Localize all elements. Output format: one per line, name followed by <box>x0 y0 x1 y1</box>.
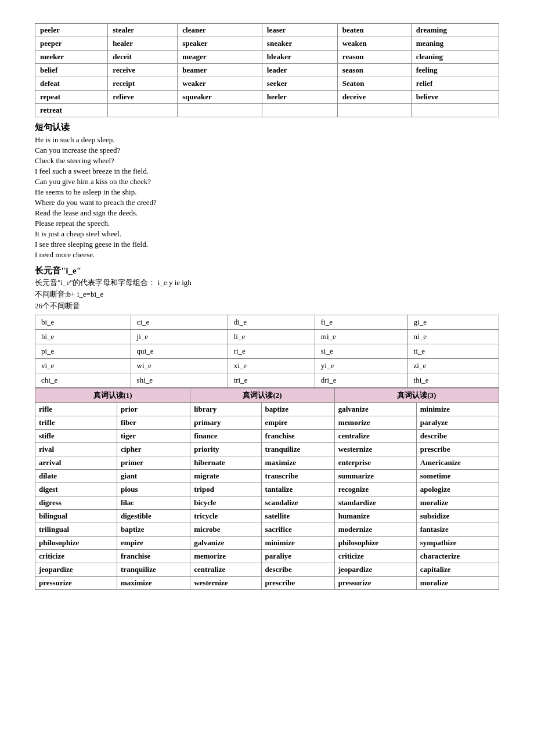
vocab-cell: philosophize <box>334 537 416 550</box>
vocab-cell: franchise <box>117 550 190 563</box>
vocab-cell: trilingual <box>35 523 117 537</box>
top-table-cell: receipt <box>108 77 178 91</box>
top-table-cell: believe <box>411 91 499 104</box>
vocab-cell: franchise <box>261 430 334 443</box>
vocab-cell: maximize <box>261 456 334 470</box>
top-table-cell: heeler <box>262 91 337 104</box>
grid-cell: ci_e <box>131 315 228 330</box>
vocab-cell: describe <box>261 563 334 577</box>
vocab-cell: transcribe <box>261 470 334 483</box>
vocab-cell: tantalize <box>261 483 334 496</box>
grid-cell: ni_e <box>407 330 499 344</box>
sentence: He seems to be asleep in the ship. <box>35 188 499 197</box>
vocab-cell: giant <box>117 470 190 483</box>
vocab-cell: memorize <box>334 416 416 430</box>
vocab-cell: centralize <box>190 563 261 577</box>
grid-cell: zi_e <box>407 359 499 373</box>
vocab-cell: cipher <box>117 443 190 456</box>
top-table-cell: season <box>337 64 411 77</box>
long-vowel-sub2: 不间断音:b+ i_e=bi_e <box>35 289 499 300</box>
vocab-cell: pressurize <box>334 577 416 590</box>
vocab-cell: rival <box>35 443 117 456</box>
sentence: It is just a cheap steel wheel. <box>35 229 499 239</box>
top-table-cell: cleaning <box>411 51 499 64</box>
top-table-cell <box>178 104 262 117</box>
long-vowel-sub3: 26个不间断音 <box>35 301 499 311</box>
grid-cell: bi_e <box>35 315 131 330</box>
vocab-cell: philosophize <box>35 537 117 550</box>
vocab-cell: describe <box>416 430 499 443</box>
top-table-cell: repeat <box>35 91 108 104</box>
vocab-cell: pressurize <box>35 577 117 590</box>
vocab-cell: paraliye <box>261 550 334 563</box>
grid-cell: mi_e <box>315 330 407 344</box>
vocab-cell: paralyze <box>416 416 499 430</box>
vocab-cell: prior <box>117 403 190 416</box>
top-table-cell: leader <box>262 64 337 77</box>
grid-cell: yi_e <box>315 359 407 373</box>
grid-cell: xi_e <box>228 359 315 373</box>
vocab-cell: standardize <box>334 496 416 510</box>
vocab-cell: finance <box>190 430 261 443</box>
vocab-cell: sympathize <box>416 537 499 550</box>
top-table-cell: stealer <box>108 24 178 37</box>
vocab-cell: modernize <box>334 523 416 537</box>
grid-cell: shi_e <box>131 373 228 388</box>
vocab-cell: tripod <box>190 483 261 496</box>
vocab-cell: fiber <box>117 416 190 430</box>
top-table-cell: beaten <box>337 24 411 37</box>
grid-cell: ji_e <box>131 330 228 344</box>
vocab-cell: summarize <box>334 470 416 483</box>
grid-cell: gi_e <box>407 315 499 330</box>
grid-cell: ti_e <box>407 344 499 359</box>
sentence: I see three sleeping geese in the field. <box>35 240 499 249</box>
vocab-cell: sometime <box>416 470 499 483</box>
vocab-cell: apologize <box>416 483 499 496</box>
top-table-cell: beamer <box>178 64 262 77</box>
vocab-cell: galvanize <box>190 537 261 550</box>
grid-cell: dri_e <box>315 373 407 388</box>
top-table-cell <box>262 104 337 117</box>
grid-cell: thi_e <box>407 373 499 388</box>
grid-cell: tri_e <box>228 373 315 388</box>
vocab-cell: stifle <box>35 430 117 443</box>
top-table-cell: deceive <box>337 91 411 104</box>
vocab-cell: migrate <box>190 470 261 483</box>
top-table-cell: defeat <box>35 77 108 91</box>
top-table-cell: meaning <box>411 37 499 51</box>
vocab-cell: capitalize <box>416 563 499 577</box>
vocab-cell: criticize <box>35 550 117 563</box>
sentence: Check the steering wheel? <box>35 156 499 165</box>
sentence: Read the lease and sign the deeds. <box>35 208 499 218</box>
top-table-cell: meager <box>178 51 262 64</box>
vocab-cell: prescribe <box>261 577 334 590</box>
top-table-cell: receive <box>108 64 178 77</box>
vocab-cell: satellite <box>261 510 334 523</box>
vocab-cell: baptize <box>261 403 334 416</box>
long-vowel-sub1: 长元音"i_e"的代表字母和字母组合： i_e y ie igh <box>35 278 499 288</box>
sentence: Can you increase the speed? <box>35 146 499 155</box>
vocab-cell: subsidize <box>416 510 499 523</box>
top-table-cell: Seaton <box>337 77 411 91</box>
top-table-cell: weaker <box>178 77 262 91</box>
vocab-cell: rifle <box>35 403 117 416</box>
grid-cell: pi_e <box>35 344 131 359</box>
vocab-cell: enterprise <box>334 456 416 470</box>
grid-table: bi_eci_edi_efi_egi_ehi_eji_eli_emi_eni_e… <box>35 315 499 388</box>
vocab-cell: minimize <box>416 403 499 416</box>
grid-cell: si_e <box>315 344 407 359</box>
vocab-cell: tranquilize <box>117 563 190 577</box>
vocab-cell: prescribe <box>416 443 499 456</box>
vocab-cell: priority <box>190 443 261 456</box>
vocab-cell: primer <box>117 456 190 470</box>
vocab-cell: bicycle <box>190 496 261 510</box>
vocab-cell: digestible <box>117 510 190 523</box>
vocab-header-1: 真词认读(1) <box>35 388 190 403</box>
top-table-cell <box>411 104 499 117</box>
vocab-cell: hibernate <box>190 456 261 470</box>
grid-cell: di_e <box>228 315 315 330</box>
top-table-cell: bleaker <box>262 51 337 64</box>
grid-cell: hi_e <box>35 330 131 344</box>
grid-cell: qui_e <box>131 344 228 359</box>
vocab-cell: primary <box>190 416 261 430</box>
